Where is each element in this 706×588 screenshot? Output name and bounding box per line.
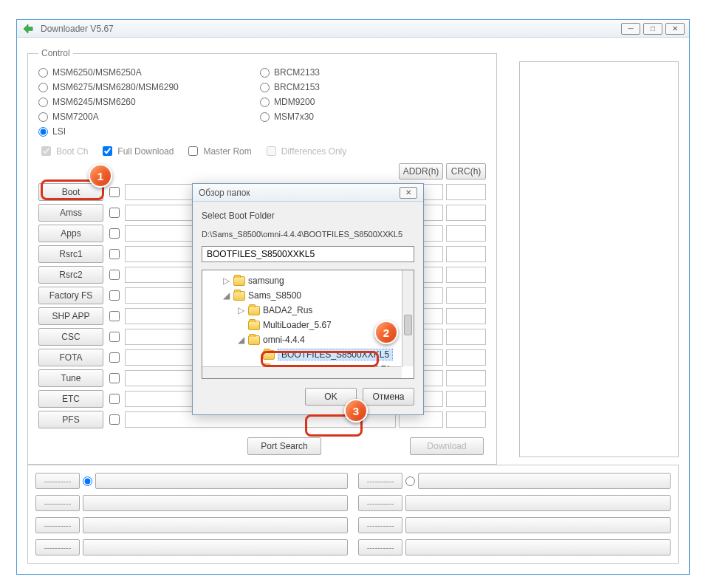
radio-msm7x30[interactable]: MSM7x30 (260, 112, 320, 122)
annotation-callout-1: 1 (89, 164, 112, 188)
row-checkbox[interactable] (109, 249, 120, 259)
status-small: ---------- (35, 473, 80, 489)
status-radio[interactable] (83, 476, 92, 486)
row-checkbox[interactable] (109, 208, 120, 218)
back-arrow-icon[interactable] (21, 22, 35, 35)
tree-vscrollbar[interactable] (402, 270, 414, 366)
radio-brcm2133[interactable]: BRCM2133 (260, 67, 320, 78)
radio-mdm9200[interactable]: MDM9200 (260, 97, 320, 107)
row-button-rsrc2[interactable]: Rsrc2 (38, 266, 103, 284)
tree-item[interactable]: ▷samsung (204, 273, 412, 288)
annotation-callout-2: 2 (374, 321, 398, 344)
row-crc (446, 391, 486, 407)
radio-msm6275[interactable]: MSM6275/MSM6280/MSM6290 (38, 82, 260, 92)
status-small: ---------- (358, 495, 402, 511)
folder-browse-dialog: Обзор папок ✕ Select Boot Folder D:\Sams… (192, 183, 424, 415)
tree-hscrollbar[interactable] (202, 366, 402, 378)
status-wide (405, 517, 671, 533)
row-button-csc[interactable]: CSC (38, 328, 103, 346)
radio-msm7200a[interactable]: MSM7200A (38, 112, 260, 122)
row-button-fota[interactable]: FOTA (38, 349, 103, 366)
status-wide (405, 495, 671, 511)
status-small: ---------- (35, 517, 80, 533)
maximize-button[interactable]: □ (643, 23, 662, 35)
row-checkbox[interactable] (109, 290, 120, 301)
window-title: Downloader V5.67 (41, 24, 621, 34)
row-crc (446, 246, 486, 262)
minimize-button[interactable]: ─ (621, 23, 640, 35)
row-button-amss[interactable]: Amss (38, 204, 103, 222)
row-button-tune[interactable]: Tune (38, 369, 103, 387)
folder-icon (248, 321, 260, 330)
row-checkbox[interactable] (109, 187, 120, 197)
folder-icon (233, 276, 245, 286)
status-area: ----------------------------------------… (27, 465, 679, 564)
row-button-etc[interactable]: ETC (38, 390, 103, 408)
row-crc (446, 184, 486, 200)
status-wide (83, 539, 348, 555)
row-checkbox[interactable] (109, 414, 120, 425)
row-crc (446, 287, 486, 304)
row-button-apps[interactable]: Apps (38, 225, 103, 242)
row-crc (446, 329, 486, 345)
tree-item[interactable]: ◢Sams_S8500 (204, 288, 412, 303)
row-crc (446, 308, 486, 324)
row-button-rsrc1[interactable]: Rsrc1 (38, 245, 103, 263)
radio-msm6245[interactable]: MSM6245/MSM6260 (38, 97, 260, 107)
row-crc (446, 370, 486, 386)
status-wide (418, 473, 671, 489)
status-small: ---------- (358, 539, 402, 555)
tree-item-selected[interactable]: BOOTFILES_S8500XXKL5 (204, 347, 412, 362)
row-checkbox[interactable] (109, 332, 120, 342)
tree-item[interactable]: ▷BADA2_Rus (204, 303, 412, 318)
row-button-shp app[interactable]: SHP APP (38, 307, 103, 325)
status-radio[interactable] (405, 476, 415, 486)
cancel-button[interactable]: Отмена (363, 388, 414, 406)
row-checkbox[interactable] (109, 311, 120, 321)
titlebar: Downloader V5.67 ─ □ ✕ (17, 20, 689, 38)
status-wide (405, 539, 671, 555)
row-checkbox[interactable] (109, 352, 120, 363)
addr-header: ADDR(h) (399, 163, 443, 180)
status-small: ---------- (358, 473, 402, 489)
row-button-factory fs[interactable]: Factory FS (38, 287, 103, 304)
status-small: ---------- (35, 539, 80, 555)
radio-lsi[interactable]: LSI (38, 126, 260, 137)
crc-header: CRC(h) (446, 163, 486, 180)
download-button[interactable]: Download (410, 437, 484, 455)
folder-name-input[interactable] (202, 246, 414, 262)
side-panel (519, 61, 679, 457)
folder-icon (263, 350, 275, 360)
status-small: ---------- (35, 495, 80, 511)
port-search-button[interactable]: Port Search (247, 437, 321, 455)
row-button-pfs[interactable]: PFS (38, 411, 103, 428)
row-checkbox[interactable] (109, 394, 120, 404)
status-wide (83, 495, 348, 511)
row-crc (446, 205, 486, 221)
dialog-title: Обзор папок (199, 188, 250, 198)
dialog-label: Select Boot Folder (202, 211, 414, 221)
status-wide (83, 517, 348, 533)
close-button[interactable]: ✕ (665, 23, 685, 35)
row-crc (446, 225, 486, 242)
folder-icon (248, 335, 260, 345)
folder-icon (248, 306, 260, 315)
full-download-checkbox[interactable]: Full Download (100, 144, 174, 158)
dialog-path: D:\Sams_S8500\omni-4.4.4\BOOTFILES_S8500… (202, 230, 414, 239)
status-small: ---------- (358, 517, 402, 533)
differences-only-checkbox: Differences Only (264, 144, 346, 158)
radio-msm6250[interactable]: MSM6250/MSM6250A (38, 67, 260, 78)
status-wide (95, 473, 348, 489)
radio-brcm2153[interactable]: BRCM2153 (260, 82, 320, 92)
boot-change-checkbox: Boot Ch (38, 144, 88, 158)
annotation-callout-3: 3 (344, 399, 368, 423)
row-checkbox[interactable] (109, 373, 120, 383)
master-rom-checkbox[interactable]: Master Rom (185, 144, 251, 158)
row-crc (446, 267, 486, 283)
row-crc (446, 411, 486, 428)
dialog-close-button[interactable]: ✕ (400, 187, 417, 199)
row-crc (446, 349, 486, 366)
row-checkbox[interactable] (109, 270, 120, 280)
row-checkbox[interactable] (109, 228, 120, 239)
folder-icon (233, 291, 245, 301)
